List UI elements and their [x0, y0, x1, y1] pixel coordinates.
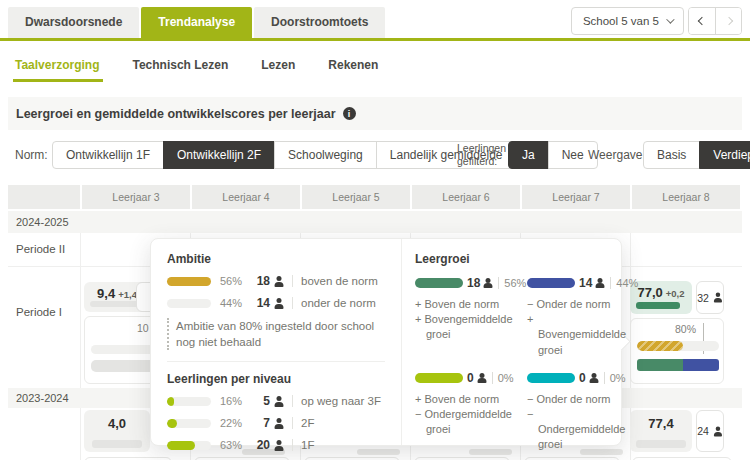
tabbar-underline: [0, 38, 750, 41]
table-header: Leerjaar 3 Leerjaar 4 Leerjaar 5 Leerjaa…: [8, 185, 740, 209]
view-basis-button[interactable]: Basis: [643, 141, 700, 169]
ambitie-row: 44% 14 onder de norm: [167, 296, 385, 310]
leergroei-item: 14 44% − Onder de norm + Bovengemiddelde…: [527, 276, 619, 358]
school-selector[interactable]: School 5 van 5: [571, 7, 684, 35]
tab-taalverzorging[interactable]: Taalverzorging: [15, 58, 99, 72]
leergroei-count: 0: [467, 371, 474, 385]
leergroei-line: + Bovengemiddelde groei: [415, 312, 519, 342]
niveau-row: 16% 5 op weg naar 3F: [167, 394, 385, 408]
tab-technisch-lezen[interactable]: Technisch Lezen: [132, 58, 228, 72]
school-nav: [688, 7, 742, 35]
niveau-row-count: 20: [250, 438, 270, 452]
norm-schoolweging-button[interactable]: Schoolweging: [274, 141, 377, 169]
norm-label: Norm:: [15, 148, 48, 162]
leergroei-pill: [527, 278, 575, 288]
score-card-leerjaar3-2023[interactable]: 4,0: [84, 410, 150, 452]
year-band-2024-2025: 2024-2025: [8, 211, 742, 233]
tab-lezen[interactable]: Lezen: [261, 58, 295, 72]
ambitie-bar: [637, 341, 719, 351]
ambitie-row: 56% 18 boven de norm: [167, 274, 385, 288]
leergroei-pill: [527, 373, 575, 383]
person-icon: [589, 373, 599, 383]
leergroei-line: + Bovengemiddelde groei: [527, 312, 619, 358]
leergroei-line: − Onder de norm: [527, 392, 619, 407]
leergroei-pill: [415, 373, 463, 383]
view-label: Weergave:: [588, 148, 646, 162]
niveau-row-fill: [167, 441, 195, 450]
view-toggle: Basis Verdiept: [643, 141, 750, 169]
score-value: 77,0: [637, 285, 662, 300]
niveau-row-bar: [167, 419, 211, 428]
ambitie-row-count: 14: [250, 296, 270, 310]
column-header-leerjaar-3: Leerjaar 3: [82, 185, 190, 209]
tab-trendanalyse[interactable]: Trendanalyse: [141, 7, 252, 38]
person-icon: [273, 440, 284, 451]
niveau-row-fill: [167, 419, 177, 428]
person-icon: [477, 373, 487, 383]
leergroei-title: Leergroei: [415, 252, 613, 266]
leergroei-pct: 0%: [492, 372, 514, 384]
chevron-down-icon: [666, 15, 674, 23]
grid-line: [80, 233, 81, 388]
school-selector-label: School 5 van 5: [583, 15, 659, 27]
ambitie-row-pct: 44%: [220, 297, 250, 309]
score-bar: [636, 440, 686, 448]
cell-details-tooltip: Ambitie 56% 18 boven de norm 44% 14 onde…: [150, 238, 622, 446]
student-count-box-leerjaar8[interactable]: 32: [696, 281, 724, 314]
leergroei-pct: 56%: [498, 277, 526, 289]
niveau-row-label: op weg naar 3F: [292, 395, 381, 407]
primary-tabs: Dwarsdoorsnede Trendanalyse Doorstroomto…: [8, 7, 385, 38]
ambitie-row-count: 18: [250, 274, 270, 288]
tab-rekenen[interactable]: Rekenen: [328, 58, 378, 72]
student-count: 32: [697, 292, 709, 304]
person-icon: [712, 293, 722, 303]
column-header-leerjaar-6: Leerjaar 6: [412, 185, 520, 209]
view-verdiept-button[interactable]: Verdiept: [699, 141, 750, 169]
leergroei-grid: 18 56% + Boven de norm + Bovengemiddelde…: [415, 276, 613, 460]
leergroei-pct: 0%: [604, 372, 626, 384]
filter-ja-button[interactable]: Ja: [508, 141, 549, 169]
next-school-button[interactable]: [715, 8, 741, 34]
column-header-leerjaar-4: Leerjaar 4: [192, 185, 300, 209]
tab-dwarsdoorsnede[interactable]: Dwarsdoorsnede: [8, 7, 139, 38]
tooltip-divider: [167, 361, 385, 362]
prev-school-button[interactable]: [689, 8, 715, 34]
score-card-leerjaar8-periode1[interactable]: 77,0 +0,2: [630, 281, 692, 314]
norm-ontwikkellijn-2f-button[interactable]: Ontwikkellijn 2F: [163, 141, 275, 169]
tooltip-left-column: Ambitie 56% 18 boven de norm 44% 14 onde…: [151, 239, 401, 445]
tab-doorstroomtoets[interactable]: Doorstroomtoets: [254, 7, 385, 38]
ambitie-row-bar: [167, 277, 211, 286]
niveau-row: 22% 7 2F: [167, 416, 385, 430]
niveau-row-fill: [167, 397, 174, 406]
info-icon[interactable]: [343, 107, 356, 120]
leergroei-line: + Boven de norm: [415, 297, 519, 312]
ambitie-box-leerjaar8[interactable]: 80%: [630, 318, 724, 384]
ambitie-marker-label: 80%: [675, 323, 696, 335]
ambitie-fill: [637, 341, 683, 351]
row-label-periode-1: Periode I: [16, 306, 62, 318]
score-value: 4,0: [108, 416, 126, 431]
person-icon: [483, 278, 493, 288]
filter-label: Leerlingen gefilterd:: [457, 142, 505, 168]
ambitie-row-pct: 56%: [220, 275, 250, 287]
person-icon: [712, 426, 722, 436]
score-card-leerjaar8-2023[interactable]: 77,4: [630, 410, 692, 452]
ambitie-note: Ambitie van 80% ingesteld door school no…: [167, 318, 381, 350]
score-value: 77,4: [648, 416, 673, 431]
student-count-box-leerjaar8-2023[interactable]: 24: [696, 410, 724, 452]
norm-ontwikkellijn-1f-button[interactable]: Ontwikkellijn 1F: [52, 141, 164, 169]
student-count: 24: [697, 425, 709, 437]
score-delta: +0,2: [666, 288, 685, 299]
niveau-row-label: 1F: [292, 439, 314, 451]
leergroei-pct: 44%: [610, 277, 638, 289]
leergroei-line: + Boven de norm: [415, 392, 519, 407]
chevron-left-icon: [698, 17, 706, 25]
ambitie-title: Ambitie: [167, 252, 385, 266]
leergroei-line: − Onder de norm: [527, 297, 619, 312]
leergroei-line: − Ondergemiddelde groei: [415, 407, 519, 437]
leergroei-item: 18 56% + Boven de norm + Bovengemiddelde…: [415, 276, 519, 358]
score-delta: +1,4: [118, 289, 137, 300]
page-title: Leergroei en gemiddelde ontwikkelscores …: [16, 107, 336, 121]
person-icon: [273, 276, 284, 287]
person-icon: [273, 418, 284, 429]
